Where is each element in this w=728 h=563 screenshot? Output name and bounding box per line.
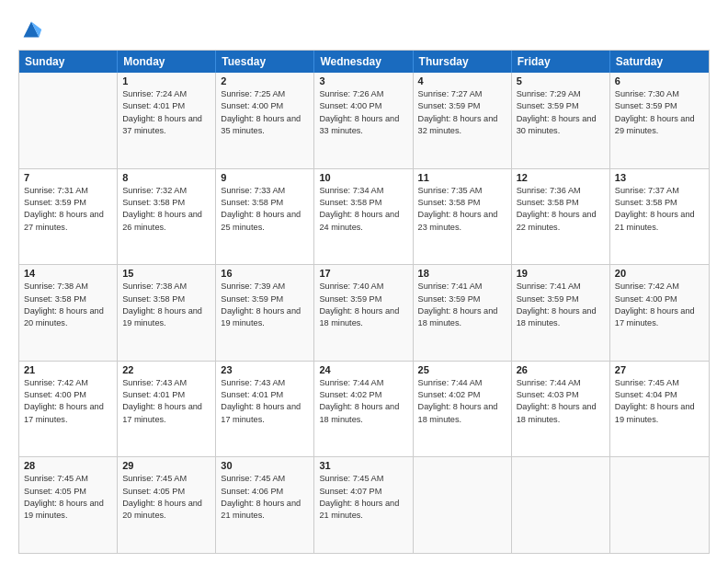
daylight-text: Daylight: 8 hours and 23 minutes. bbox=[418, 209, 506, 234]
day-number: 29 bbox=[122, 460, 210, 471]
sunrise-text: Sunrise: 7:30 AM bbox=[615, 88, 704, 100]
daylight-text: Daylight: 8 hours and 18 minutes. bbox=[517, 305, 605, 330]
day-cell-20: 20Sunrise: 7:42 AMSunset: 4:00 PMDayligh… bbox=[610, 265, 709, 361]
sunrise-text: Sunrise: 7:41 AM bbox=[418, 281, 506, 293]
sunrise-text: Sunrise: 7:42 AM bbox=[24, 377, 112, 389]
day-cell-1: 1Sunrise: 7:24 AMSunset: 4:01 PMDaylight… bbox=[118, 73, 216, 168]
daylight-text: Daylight: 8 hours and 26 minutes. bbox=[122, 209, 210, 234]
sunrise-text: Sunrise: 7:45 AM bbox=[221, 473, 309, 485]
day-number: 7 bbox=[24, 172, 112, 183]
daylight-text: Daylight: 8 hours and 18 minutes. bbox=[418, 305, 506, 330]
sunrise-text: Sunrise: 7:25 AM bbox=[221, 88, 309, 100]
daylight-text: Daylight: 8 hours and 21 minutes. bbox=[615, 209, 704, 234]
sunrise-text: Sunrise: 7:32 AM bbox=[122, 185, 210, 197]
day-cell-16: 16Sunrise: 7:39 AMSunset: 3:59 PMDayligh… bbox=[216, 265, 314, 361]
daylight-text: Daylight: 8 hours and 17 minutes. bbox=[221, 401, 309, 426]
daylight-text: Daylight: 8 hours and 17 minutes. bbox=[122, 401, 210, 426]
daylight-text: Daylight: 8 hours and 19 minutes. bbox=[24, 498, 112, 523]
sunrise-text: Sunrise: 7:45 AM bbox=[615, 377, 704, 389]
day-cell-2: 2Sunrise: 7:25 AMSunset: 4:00 PMDaylight… bbox=[216, 73, 314, 168]
sunrise-text: Sunrise: 7:44 AM bbox=[319, 377, 407, 389]
daylight-text: Daylight: 8 hours and 22 minutes. bbox=[517, 209, 605, 234]
day-number: 12 bbox=[517, 172, 605, 183]
sunset-text: Sunset: 3:59 PM bbox=[418, 293, 506, 305]
daylight-text: Daylight: 8 hours and 21 minutes. bbox=[319, 498, 407, 523]
calendar-row-1: 1Sunrise: 7:24 AMSunset: 4:01 PMDaylight… bbox=[19, 73, 709, 168]
day-number: 11 bbox=[418, 172, 506, 183]
day-cell-28: 28Sunrise: 7:45 AMSunset: 4:05 PMDayligh… bbox=[19, 457, 118, 553]
header-day-sunday: Sunday bbox=[19, 51, 118, 73]
daylight-text: Daylight: 8 hours and 29 minutes. bbox=[615, 113, 704, 138]
day-cell-15: 15Sunrise: 7:38 AMSunset: 3:58 PMDayligh… bbox=[118, 265, 216, 361]
sunrise-text: Sunrise: 7:39 AM bbox=[221, 281, 309, 293]
header-day-saturday: Saturday bbox=[610, 51, 709, 73]
sunrise-text: Sunrise: 7:41 AM bbox=[517, 281, 605, 293]
day-number: 19 bbox=[517, 268, 605, 279]
calendar-row-4: 21Sunrise: 7:42 AMSunset: 4:00 PMDayligh… bbox=[19, 361, 709, 457]
sunset-text: Sunset: 4:00 PM bbox=[221, 100, 309, 112]
sunrise-text: Sunrise: 7:44 AM bbox=[517, 377, 605, 389]
calendar-row-2: 7Sunrise: 7:31 AMSunset: 3:59 PMDaylight… bbox=[19, 168, 709, 265]
daylight-text: Daylight: 8 hours and 25 minutes. bbox=[221, 209, 309, 234]
day-number: 22 bbox=[122, 364, 210, 375]
sunset-text: Sunset: 4:05 PM bbox=[122, 486, 210, 498]
day-number: 16 bbox=[221, 268, 309, 279]
sunrise-text: Sunrise: 7:31 AM bbox=[24, 185, 112, 197]
sunset-text: Sunset: 4:01 PM bbox=[221, 389, 309, 401]
sunrise-text: Sunrise: 7:35 AM bbox=[418, 185, 506, 197]
sunrise-text: Sunrise: 7:38 AM bbox=[122, 281, 210, 293]
daylight-text: Daylight: 8 hours and 33 minutes. bbox=[319, 113, 407, 138]
day-cell-18: 18Sunrise: 7:41 AMSunset: 3:59 PMDayligh… bbox=[414, 265, 512, 361]
sunset-text: Sunset: 4:06 PM bbox=[221, 486, 309, 498]
daylight-text: Daylight: 8 hours and 30 minutes. bbox=[517, 113, 605, 138]
sunrise-text: Sunrise: 7:44 AM bbox=[418, 377, 506, 389]
header-day-wednesday: Wednesday bbox=[314, 51, 413, 73]
day-cell-22: 22Sunrise: 7:43 AMSunset: 4:01 PMDayligh… bbox=[118, 362, 216, 457]
day-cell-12: 12Sunrise: 7:36 AMSunset: 3:58 PMDayligh… bbox=[512, 169, 610, 265]
sunset-text: Sunset: 3:59 PM bbox=[24, 197, 112, 209]
day-number: 8 bbox=[122, 172, 210, 183]
calendar-body: 1Sunrise: 7:24 AMSunset: 4:01 PMDaylight… bbox=[19, 73, 709, 553]
sunrise-text: Sunrise: 7:43 AM bbox=[122, 377, 210, 389]
sunrise-text: Sunrise: 7:42 AM bbox=[615, 281, 704, 293]
sunrise-text: Sunrise: 7:26 AM bbox=[319, 88, 407, 100]
day-cell-24: 24Sunrise: 7:44 AMSunset: 4:02 PMDayligh… bbox=[314, 362, 413, 457]
day-number: 4 bbox=[418, 75, 506, 86]
daylight-text: Daylight: 8 hours and 32 minutes. bbox=[418, 113, 506, 138]
daylight-text: Daylight: 8 hours and 17 minutes. bbox=[24, 401, 112, 426]
empty-cell bbox=[512, 457, 610, 553]
day-cell-7: 7Sunrise: 7:31 AMSunset: 3:59 PMDaylight… bbox=[19, 169, 118, 265]
daylight-text: Daylight: 8 hours and 18 minutes. bbox=[319, 305, 407, 330]
empty-cell bbox=[414, 457, 512, 553]
daylight-text: Daylight: 8 hours and 18 minutes. bbox=[418, 401, 506, 426]
day-number: 24 bbox=[319, 364, 407, 375]
day-number: 26 bbox=[517, 364, 605, 375]
sunset-text: Sunset: 3:59 PM bbox=[615, 100, 704, 112]
sunrise-text: Sunrise: 7:43 AM bbox=[221, 377, 309, 389]
daylight-text: Daylight: 8 hours and 21 minutes. bbox=[221, 498, 309, 523]
calendar-row-3: 14Sunrise: 7:38 AMSunset: 3:58 PMDayligh… bbox=[19, 264, 709, 361]
sunset-text: Sunset: 4:01 PM bbox=[122, 100, 210, 112]
sunrise-text: Sunrise: 7:36 AM bbox=[517, 185, 605, 197]
sunset-text: Sunset: 3:58 PM bbox=[122, 293, 210, 305]
day-cell-8: 8Sunrise: 7:32 AMSunset: 3:58 PMDaylight… bbox=[118, 169, 216, 265]
daylight-text: Daylight: 8 hours and 19 minutes. bbox=[615, 401, 704, 426]
header-day-friday: Friday bbox=[512, 51, 610, 73]
header-day-thursday: Thursday bbox=[414, 51, 512, 73]
sunset-text: Sunset: 4:02 PM bbox=[418, 389, 506, 401]
sunset-text: Sunset: 4:03 PM bbox=[517, 389, 605, 401]
sunset-text: Sunset: 4:04 PM bbox=[615, 389, 704, 401]
day-cell-23: 23Sunrise: 7:43 AMSunset: 4:01 PMDayligh… bbox=[216, 362, 314, 457]
day-cell-13: 13Sunrise: 7:37 AMSunset: 3:58 PMDayligh… bbox=[610, 169, 709, 265]
header-day-monday: Monday bbox=[118, 51, 216, 73]
daylight-text: Daylight: 8 hours and 19 minutes. bbox=[122, 305, 210, 330]
day-cell-17: 17Sunrise: 7:40 AMSunset: 3:59 PMDayligh… bbox=[314, 265, 413, 361]
daylight-text: Daylight: 8 hours and 24 minutes. bbox=[319, 209, 407, 234]
calendar-row-5: 28Sunrise: 7:45 AMSunset: 4:05 PMDayligh… bbox=[19, 456, 709, 553]
sunset-text: Sunset: 3:59 PM bbox=[319, 293, 407, 305]
sunset-text: Sunset: 4:07 PM bbox=[319, 486, 407, 498]
sunset-text: Sunset: 3:58 PM bbox=[615, 197, 704, 209]
day-number: 31 bbox=[319, 460, 407, 471]
sunset-text: Sunset: 3:58 PM bbox=[24, 293, 112, 305]
day-cell-11: 11Sunrise: 7:35 AMSunset: 3:58 PMDayligh… bbox=[414, 169, 512, 265]
